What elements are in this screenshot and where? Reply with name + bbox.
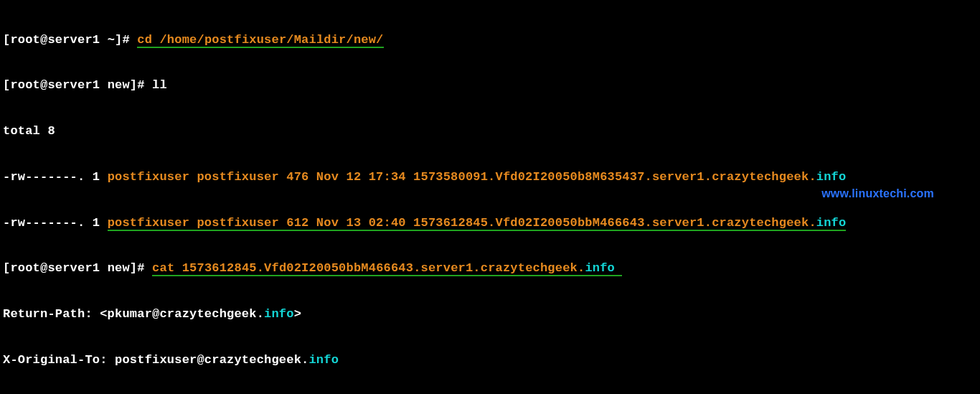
terminal[interactable]: [root@server1 ~]# cd /home/postfixuser/M… xyxy=(0,0,980,394)
prompt-user-host: root@server1 xyxy=(10,33,100,47)
line-cd: [root@server1 ~]# cd /home/postfixuser/M… xyxy=(3,32,977,47)
cmd-ll: ll xyxy=(152,78,167,92)
mail-return-path: Return-Path: <pkumar@crazytechgeek.info> xyxy=(3,306,977,322)
prompt-dir: ~ xyxy=(108,33,115,47)
cmd-cd: cd /home/postfixuser/Maildir/new/ xyxy=(137,33,383,48)
line-cat-cmd: [root@server1 new]# cat 1573612845.Vfd02… xyxy=(3,261,977,276)
mail-x-original-to: X-Original-To: postfixuser@crazytechgeek… xyxy=(3,352,977,367)
ll-row-1: -rw-------. 1 postfixuser postfixuser 47… xyxy=(3,169,977,184)
watermark: www.linuxtechi.com xyxy=(821,187,934,201)
ll-total: total 8 xyxy=(3,123,977,139)
line-ll-cmd: [root@server1 new]# ll xyxy=(3,78,977,93)
cmd-cat: cat xyxy=(152,261,182,276)
ll-row-2: -rw-------. 1 postfixuser postfixuser 61… xyxy=(3,215,977,230)
